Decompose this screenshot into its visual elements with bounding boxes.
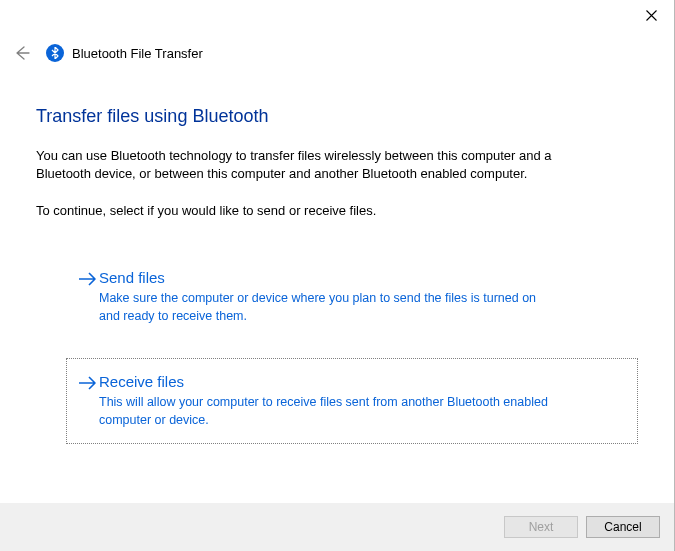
- option-receive-files[interactable]: Receive files This will allow your compu…: [66, 358, 638, 444]
- option-description: This will allow your computer to receive…: [99, 394, 559, 429]
- option-body: Send files Make sure the computer or dev…: [99, 269, 621, 325]
- arrow-right-icon: [77, 375, 99, 395]
- arrow-right-icon: [77, 271, 99, 291]
- content-area: Transfer files using Bluetooth You can u…: [0, 64, 674, 444]
- description-primary: You can use Bluetooth technology to tran…: [36, 147, 596, 183]
- close-icon: [646, 10, 657, 21]
- option-title: Send files: [99, 269, 621, 286]
- option-send-files[interactable]: Send files Make sure the computer or dev…: [66, 254, 638, 340]
- bluetooth-icon: [46, 44, 64, 62]
- back-arrow-icon: [12, 44, 30, 62]
- page-heading: Transfer files using Bluetooth: [36, 106, 638, 127]
- description-secondary: To continue, select if you would like to…: [36, 203, 638, 218]
- option-list: Send files Make sure the computer or dev…: [66, 254, 638, 444]
- footer-bar: Next Cancel: [0, 503, 674, 551]
- next-button: Next: [504, 516, 578, 538]
- back-button[interactable]: [10, 42, 32, 64]
- option-title: Receive files: [99, 373, 621, 390]
- option-body: Receive files This will allow your compu…: [99, 373, 621, 429]
- close-button[interactable]: [628, 0, 674, 30]
- header-row: Bluetooth File Transfer: [0, 30, 674, 64]
- option-description: Make sure the computer or device where y…: [99, 290, 559, 325]
- cancel-button[interactable]: Cancel: [586, 516, 660, 538]
- titlebar: [0, 0, 674, 30]
- window-title: Bluetooth File Transfer: [72, 46, 203, 61]
